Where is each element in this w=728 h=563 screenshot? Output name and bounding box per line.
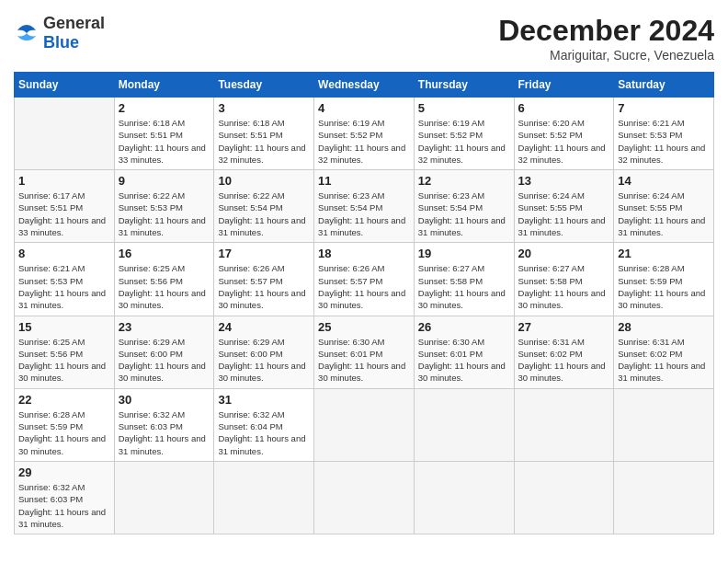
day-number: 12 — [418, 174, 510, 188]
day-number: 14 — [618, 174, 710, 188]
day-info: Sunrise: 6:17 AM Sunset: 5:51 PM Dayligh… — [18, 190, 110, 238]
calendar-cell: 25 Sunrise: 6:30 AM Sunset: 6:01 PM Dayl… — [314, 316, 415, 388]
day-info: Sunrise: 6:27 AM Sunset: 5:58 PM Dayligh… — [518, 262, 610, 311]
calendar-cell: 6 Sunrise: 6:20 AM Sunset: 5:52 PM Dayli… — [514, 98, 614, 170]
calendar-cell: 14 Sunrise: 6:24 AM Sunset: 5:55 PM Dayl… — [614, 170, 714, 243]
day-info: Sunrise: 6:18 AM Sunset: 5:51 PM Dayligh… — [218, 117, 310, 166]
calendar-cell: 22 Sunrise: 6:28 AM Sunset: 5:59 PM Dayl… — [15, 388, 115, 461]
calendar-cell: 4 Sunrise: 6:19 AM Sunset: 5:52 PM Dayli… — [314, 98, 415, 170]
calendar-cell — [614, 388, 714, 461]
calendar-cell: 24 Sunrise: 6:29 AM Sunset: 6:00 PM Dayl… — [214, 316, 314, 388]
day-info: Sunrise: 6:20 AM Sunset: 5:52 PM Dayligh… — [518, 117, 610, 166]
calendar-cell: 20 Sunrise: 6:27 AM Sunset: 5:58 PM Dayl… — [514, 243, 614, 316]
day-number: 20 — [518, 247, 610, 260]
logo-general: General — [43, 14, 105, 32]
day-info: Sunrise: 6:23 AM Sunset: 5:54 PM Dayligh… — [418, 190, 510, 238]
calendar-cell: 27 Sunrise: 6:31 AM Sunset: 6:02 PM Dayl… — [514, 316, 614, 388]
month-title: December 2024 — [498, 14, 714, 48]
calendar-table: SundayMondayTuesdayWednesdayThursdayFrid… — [14, 72, 714, 534]
day-info: Sunrise: 6:22 AM Sunset: 5:53 PM Dayligh… — [119, 190, 210, 238]
calendar-cell: 31 Sunrise: 6:32 AM Sunset: 6:04 PM Dayl… — [214, 388, 314, 461]
day-info: Sunrise: 6:23 AM Sunset: 5:54 PM Dayligh… — [318, 190, 410, 238]
day-number: 28 — [618, 320, 710, 334]
weekday-header-thursday: Thursday — [414, 73, 514, 98]
day-number: 1 — [18, 174, 110, 188]
day-info: Sunrise: 6:22 AM Sunset: 5:54 PM Dayligh… — [218, 190, 310, 238]
day-number: 27 — [518, 320, 610, 334]
day-number: 9 — [119, 174, 210, 188]
day-number: 19 — [418, 247, 510, 260]
calendar-row: 8 Sunrise: 6:21 AM Sunset: 5:53 PM Dayli… — [15, 243, 714, 316]
day-number: 25 — [318, 320, 410, 334]
calendar-cell: 7 Sunrise: 6:21 AM Sunset: 5:53 PM Dayli… — [614, 98, 714, 170]
calendar-cell — [314, 461, 415, 534]
calendar-cell: 28 Sunrise: 6:31 AM Sunset: 6:02 PM Dayl… — [614, 316, 714, 388]
calendar-cell: 21 Sunrise: 6:28 AM Sunset: 5:59 PM Dayl… — [614, 243, 714, 316]
day-info: Sunrise: 6:24 AM Sunset: 5:55 PM Dayligh… — [618, 190, 710, 238]
calendar-cell — [514, 388, 614, 461]
logo-blue: Blue — [43, 33, 79, 52]
calendar-cell: 18 Sunrise: 6:26 AM Sunset: 5:57 PM Dayl… — [314, 243, 415, 316]
weekday-header-sunday: Sunday — [15, 73, 115, 98]
day-number: 2 — [119, 101, 210, 115]
calendar-cell: 26 Sunrise: 6:30 AM Sunset: 6:01 PM Dayl… — [414, 316, 514, 388]
logo-bird-icon — [14, 23, 40, 43]
calendar-cell — [214, 461, 314, 534]
day-info: Sunrise: 6:31 AM Sunset: 6:02 PM Dayligh… — [518, 336, 610, 385]
day-info: Sunrise: 6:31 AM Sunset: 6:02 PM Dayligh… — [618, 336, 710, 385]
day-info: Sunrise: 6:25 AM Sunset: 5:56 PM Dayligh… — [18, 336, 110, 385]
day-info: Sunrise: 6:19 AM Sunset: 5:52 PM Dayligh… — [318, 117, 410, 166]
day-number: 15 — [18, 320, 110, 334]
weekday-header-monday: Monday — [114, 73, 214, 98]
day-info: Sunrise: 6:29 AM Sunset: 6:00 PM Dayligh… — [218, 336, 310, 385]
calendar-cell: 8 Sunrise: 6:21 AM Sunset: 5:53 PM Dayli… — [15, 243, 115, 316]
day-number: 22 — [18, 393, 110, 407]
calendar-cell — [414, 388, 514, 461]
day-number: 6 — [518, 101, 610, 115]
day-info: Sunrise: 6:26 AM Sunset: 5:57 PM Dayligh… — [318, 262, 410, 311]
calendar-cell: 5 Sunrise: 6:19 AM Sunset: 5:52 PM Dayli… — [414, 98, 514, 170]
day-number: 24 — [218, 320, 310, 334]
day-info: Sunrise: 6:28 AM Sunset: 5:59 PM Dayligh… — [18, 408, 110, 457]
day-number: 11 — [318, 174, 410, 188]
weekday-header-saturday: Saturday — [614, 73, 714, 98]
calendar-cell: 1 Sunrise: 6:17 AM Sunset: 5:51 PM Dayli… — [15, 170, 115, 243]
day-info: Sunrise: 6:30 AM Sunset: 6:01 PM Dayligh… — [418, 336, 510, 385]
day-info: Sunrise: 6:21 AM Sunset: 5:53 PM Dayligh… — [618, 117, 710, 166]
day-number: 26 — [418, 320, 510, 334]
calendar-cell: 19 Sunrise: 6:27 AM Sunset: 5:58 PM Dayl… — [414, 243, 514, 316]
calendar-cell: 30 Sunrise: 6:32 AM Sunset: 6:03 PM Dayl… — [114, 388, 214, 461]
calendar-cell: 15 Sunrise: 6:25 AM Sunset: 5:56 PM Dayl… — [15, 316, 115, 388]
logo-text: General Blue — [43, 14, 105, 52]
day-info: Sunrise: 6:32 AM Sunset: 6:03 PM Dayligh… — [18, 481, 110, 530]
calendar-cell: 16 Sunrise: 6:25 AM Sunset: 5:56 PM Dayl… — [114, 243, 214, 316]
title-section: December 2024 Mariguitar, Sucre, Venezue… — [498, 14, 714, 63]
day-info: Sunrise: 6:24 AM Sunset: 5:55 PM Dayligh… — [518, 190, 610, 238]
day-info: Sunrise: 6:32 AM Sunset: 6:04 PM Dayligh… — [218, 408, 310, 457]
calendar-cell — [514, 461, 614, 534]
calendar-cell: 9 Sunrise: 6:22 AM Sunset: 5:53 PM Dayli… — [114, 170, 214, 243]
day-number: 23 — [119, 320, 210, 334]
calendar-cell: 17 Sunrise: 6:26 AM Sunset: 5:57 PM Dayl… — [214, 243, 314, 316]
day-number: 3 — [218, 101, 310, 115]
day-number: 18 — [318, 247, 410, 260]
day-number: 17 — [218, 247, 310, 260]
day-info: Sunrise: 6:28 AM Sunset: 5:59 PM Dayligh… — [618, 262, 710, 311]
day-number: 31 — [218, 393, 310, 407]
calendar-cell: 3 Sunrise: 6:18 AM Sunset: 5:51 PM Dayli… — [214, 98, 314, 170]
calendar-cell — [314, 388, 415, 461]
calendar-cell — [114, 461, 214, 534]
day-number: 30 — [119, 393, 210, 407]
calendar-row: 22 Sunrise: 6:28 AM Sunset: 5:59 PM Dayl… — [15, 388, 714, 461]
day-info: Sunrise: 6:25 AM Sunset: 5:56 PM Dayligh… — [119, 262, 210, 311]
day-info: Sunrise: 6:32 AM Sunset: 6:03 PM Dayligh… — [119, 408, 210, 457]
calendar-cell: 10 Sunrise: 6:22 AM Sunset: 5:54 PM Dayl… — [214, 170, 314, 243]
calendar-cell: 23 Sunrise: 6:29 AM Sunset: 6:00 PM Dayl… — [114, 316, 214, 388]
calendar-cell: 29 Sunrise: 6:32 AM Sunset: 6:03 PM Dayl… — [15, 461, 115, 534]
weekday-header-tuesday: Tuesday — [214, 73, 314, 98]
calendar-cell: 12 Sunrise: 6:23 AM Sunset: 5:54 PM Dayl… — [414, 170, 514, 243]
day-number: 8 — [18, 247, 110, 260]
day-number: 29 — [18, 465, 110, 479]
day-number: 10 — [218, 174, 310, 188]
day-number: 13 — [518, 174, 610, 188]
